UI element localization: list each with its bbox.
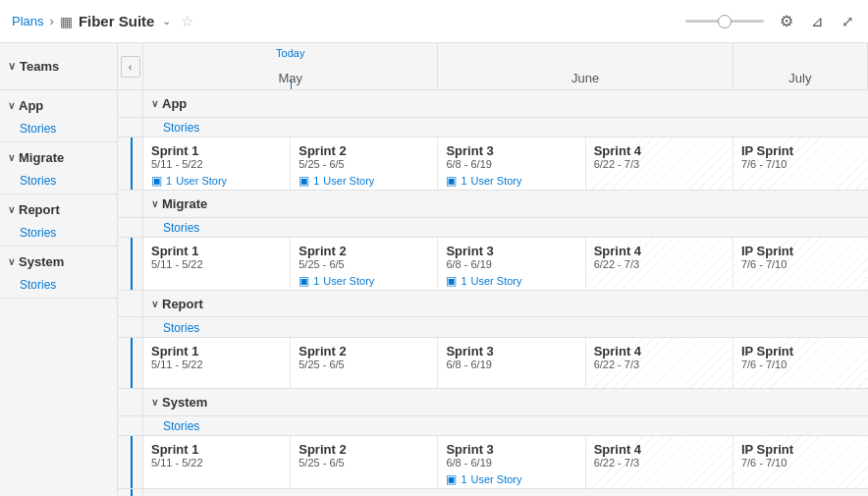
gantt-stories-row-report: Stories bbox=[118, 317, 868, 337]
story-label: User Story bbox=[471, 175, 522, 187]
team-chevron-system[interactable]: ∨ bbox=[8, 256, 15, 267]
sprint-dates: 6/8 - 6/19 bbox=[446, 457, 576, 468]
sprint-cell-0: Sprint 1 5/11 - 5/22 bbox=[143, 238, 291, 290]
breadcrumb-plans-link[interactable]: Plans bbox=[12, 14, 44, 28]
team-stories-link-app[interactable]: Stories bbox=[0, 120, 117, 141]
sprint-cell-4: IP Sprint 7/6 - 7/10 bbox=[733, 338, 868, 389]
zoom-slider[interactable] bbox=[685, 20, 764, 23]
nav-col bbox=[118, 389, 143, 415]
stories-link-report[interactable]: Stories bbox=[163, 321, 199, 335]
gantt-header-row: ‹ Today May June July bbox=[118, 43, 868, 90]
nav-col bbox=[118, 118, 143, 137]
user-story-badge[interactable]: ▣ 1 User Story bbox=[298, 174, 374, 188]
sprint-name: Sprint 1 bbox=[151, 442, 282, 457]
top-right: ⚙ ⊿ ⤢ bbox=[685, 10, 856, 32]
sidebar-team-migrate: ∨ Migrate Stories bbox=[0, 142, 117, 194]
team-stories-link-migrate[interactable]: Stories bbox=[0, 172, 117, 193]
zoom-slider-container bbox=[685, 20, 764, 23]
sprint-name: Sprint 2 bbox=[298, 244, 429, 258]
story-count: 1 bbox=[461, 275, 466, 287]
nav-col bbox=[118, 291, 143, 317]
month-july-label: July bbox=[788, 71, 811, 85]
suite-title: Fiber Suite bbox=[79, 13, 155, 29]
filter-button[interactable]: ⊿ bbox=[809, 11, 826, 32]
nav-col bbox=[118, 191, 143, 217]
main-layout: ∨ Teams ∨ App Stories ∨ Migrate Stories … bbox=[0, 43, 868, 496]
team-chevron-report[interactable]: ∨ bbox=[8, 204, 15, 215]
settings-button[interactable]: ⚙ bbox=[778, 10, 795, 32]
today-line bbox=[131, 338, 133, 388]
sprint-name: Sprint 3 bbox=[446, 244, 576, 258]
sprint-cell-3: Sprint 4 6/22 - 7/3 bbox=[586, 436, 733, 488]
gantt-team-header-app: ∨App bbox=[118, 90, 868, 118]
stories-link-app[interactable]: Stories bbox=[163, 121, 199, 135]
today-line-col bbox=[118, 436, 143, 488]
month-header-june: June bbox=[438, 43, 732, 89]
user-story-badge[interactable]: ▣ 1 User Story bbox=[446, 174, 521, 188]
team-row-chevron[interactable]: ∨ bbox=[151, 299, 158, 309]
stories-link-migrate[interactable]: Stories bbox=[163, 221, 199, 235]
nav-col bbox=[118, 317, 143, 336]
story-icon: ▣ bbox=[151, 174, 162, 188]
top-left: Plans › ▦ Fiber Suite ⌄ ☆ bbox=[12, 13, 193, 30]
teams-column: ∨ Teams ∨ App Stories ∨ Migrate Stories … bbox=[0, 43, 118, 496]
gantt-stories-row-migrate: Stories bbox=[118, 218, 868, 238]
today-line-header bbox=[291, 80, 292, 89]
team-name-system: System bbox=[19, 254, 64, 269]
team-chevron-migrate[interactable]: ∨ bbox=[8, 152, 15, 163]
sprint-cell-1: Sprint 2 5/25 - 6/5 bbox=[291, 338, 438, 389]
today-line bbox=[131, 436, 133, 488]
sprint-name: IP Sprint bbox=[741, 442, 860, 457]
team-name-report: Report bbox=[19, 202, 60, 217]
top-bar: Plans › ▦ Fiber Suite ⌄ ☆ ⚙ ⊿ ⤢ bbox=[0, 0, 868, 43]
sprint-dates: 6/8 - 6/19 bbox=[446, 258, 576, 270]
month-header-july: July bbox=[733, 43, 868, 89]
stories-link-system[interactable]: Stories bbox=[163, 419, 199, 433]
gantt-team-header-migrate: ∨Migrate bbox=[118, 191, 868, 218]
favorite-icon[interactable]: ☆ bbox=[181, 13, 193, 30]
user-story-badge[interactable]: ▣ 1 User Story bbox=[446, 472, 521, 486]
sprint-name: IP Sprint bbox=[741, 244, 860, 258]
sprint-name: Sprint 2 bbox=[298, 442, 429, 457]
teams-header: ∨ Teams bbox=[0, 43, 117, 90]
sprint-cell-2: Sprint 3 6/8 - 6/19 ▣ 1 User Story bbox=[438, 238, 585, 290]
sprint-dates: 7/6 - 7/10 bbox=[741, 258, 860, 270]
sprint-dates: 5/11 - 5/22 bbox=[151, 457, 282, 468]
user-story-badge[interactable]: ▣ 1 User Story bbox=[151, 174, 227, 188]
sprint-cell-3: Sprint 4 6/22 - 7/3 bbox=[586, 138, 733, 190]
gantt-stories-row-system: Stories bbox=[118, 416, 868, 436]
team-row-chevron[interactable]: ∨ bbox=[151, 397, 158, 408]
teams-collapse-icon[interactable]: ∨ bbox=[8, 60, 16, 73]
sprint-name: Sprint 3 bbox=[446, 442, 576, 457]
user-story-badge[interactable]: ▣ 1 User Story bbox=[446, 274, 521, 288]
team-row-chevron[interactable]: ∨ bbox=[151, 198, 158, 209]
title-dropdown-icon[interactable]: ⌄ bbox=[162, 15, 171, 28]
today-line-col bbox=[118, 138, 143, 190]
sidebar-team-report: ∨ Report Stories bbox=[0, 194, 117, 247]
today-label: Today bbox=[276, 47, 304, 59]
sprint-name: Sprint 2 bbox=[298, 344, 429, 358]
story-label: User Story bbox=[323, 275, 374, 287]
sprint-dates: 5/11 - 5/22 bbox=[151, 158, 282, 170]
sprint-cell-4: IP Sprint 7/6 - 7/10 bbox=[733, 238, 868, 290]
sprint-dates: 5/11 - 5/22 bbox=[151, 358, 282, 370]
sprint-cell-2: Sprint 3 6/8 - 6/19 bbox=[438, 338, 585, 389]
team-stories-link-system[interactable]: Stories bbox=[0, 276, 117, 298]
team-stories-link-report[interactable]: Stories bbox=[0, 224, 117, 246]
team-name-row-migrate: ∨ Migrate bbox=[0, 142, 117, 172]
team-name-row-report: ∨ Report bbox=[0, 194, 117, 224]
sprint-row-report: Sprint 1 5/11 - 5/22 Sprint 2 5/25 - 6/5… bbox=[118, 338, 868, 389]
sprint-cell-0: Sprint 1 5/11 - 5/22 ▣ 1 User Story bbox=[143, 138, 291, 190]
sprint-dates: 6/22 - 7/3 bbox=[594, 457, 725, 468]
scroll-back-button[interactable]: ‹ bbox=[121, 56, 140, 78]
gantt-team-name-report: ∨Report bbox=[143, 297, 868, 311]
team-chevron-app[interactable]: ∨ bbox=[8, 100, 15, 111]
expand-button[interactable]: ⤢ bbox=[840, 11, 856, 32]
sprint-name: Sprint 4 bbox=[594, 442, 725, 457]
team-name-row-system: ∨ System bbox=[0, 247, 117, 276]
sprint-name: IP Sprint bbox=[741, 344, 860, 358]
user-story-badge[interactable]: ▣ 1 User Story bbox=[298, 274, 374, 288]
team-row-chevron[interactable]: ∨ bbox=[151, 98, 158, 109]
sprint-dates: 5/25 - 6/5 bbox=[298, 158, 429, 170]
gantt-body: ∨AppStories Sprint 1 5/11 - 5/22 ▣ 1 Use… bbox=[118, 90, 868, 496]
